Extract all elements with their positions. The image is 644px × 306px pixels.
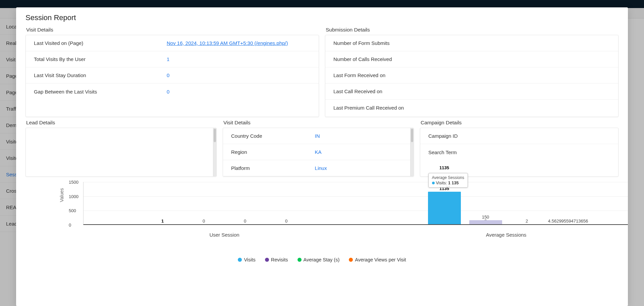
scrollbar-thumb[interactable]	[214, 129, 216, 142]
visit-details2-heading: Visit Details	[223, 120, 414, 126]
kv-value: IN	[315, 133, 320, 139]
kv-last-form: Last Form Received on	[325, 67, 618, 83]
kv-label: Gap Between the Last Visits	[34, 89, 167, 95]
kv-value: 1	[167, 56, 169, 62]
kv-label: Last Visit Stay Duration	[34, 72, 167, 78]
kv-total-visits: Total Visits By the User 1	[26, 51, 319, 67]
kv-label: Last Premium Call Received on	[333, 105, 466, 111]
submission-details-panel: Number of Form Submits Number of Calls R…	[325, 35, 619, 117]
chart-plot-area: 050010001500User Session1000Average Sess…	[83, 182, 628, 225]
legend-label: Visits	[244, 257, 255, 262]
chart-bar-label: 0	[244, 219, 246, 224]
kv-value: KA	[315, 149, 322, 155]
kv-region: Region KA	[223, 144, 414, 160]
kv-gap: Gap Between the Last Visits 0	[26, 83, 319, 100]
kv-country: Country Code IN	[223, 128, 414, 144]
kv-label: Region	[231, 149, 315, 155]
legend-revisits[interactable]: Revisits	[265, 257, 288, 262]
chart-group-label: User Session	[209, 232, 239, 238]
chart-bar[interactable]	[428, 192, 461, 224]
legend-dot-icon	[298, 258, 302, 262]
kv-label: Number of Form Submits	[333, 40, 466, 46]
scrollbar[interactable]	[410, 128, 414, 176]
chart-tooltip: Average SessionsVisits: 1 135	[428, 173, 468, 188]
kv-value: Linux	[315, 165, 327, 171]
modal-title: Session Report	[25, 13, 619, 22]
legend-visits[interactable]: Visits	[238, 257, 255, 262]
lead-details-panel	[25, 128, 217, 177]
kv-label: Search Term	[428, 149, 516, 155]
chart-ytick: 1000	[69, 194, 78, 199]
kv-stay-duration: Last Visit Stay Duration 0	[26, 67, 319, 83]
kv-label: Number of Calls Received	[333, 56, 466, 62]
legend-avg-stay[interactable]: Average Stay (s)	[298, 257, 340, 262]
visit-details2-panel: Country Code IN Region KA Platform Linux	[223, 128, 414, 177]
legend-avg-views[interactable]: Average Views per Visit	[349, 257, 406, 262]
chart-bar-label: 0	[203, 219, 205, 224]
kv-label: Last Form Received on	[333, 72, 466, 78]
campaign-details-panel: Campaign ID Search Term	[420, 128, 619, 177]
campaign-details-heading: Campaign Details	[421, 120, 619, 126]
visit-details-panel: Last Visited on (Page) Nov 16, 2024, 10:…	[25, 35, 319, 117]
kv-last-visited: Last Visited on (Page) Nov 16, 2024, 10:…	[26, 35, 319, 51]
chart-legend: Visits Revisits Average Stay (s) Average…	[25, 257, 619, 262]
kv-label: Platform	[231, 165, 315, 171]
visit-details-heading: Visit Details	[26, 27, 319, 33]
lead-details-heading: Lead Details	[26, 120, 217, 126]
session-chart: Values 050010001500User Session1000Avera…	[25, 179, 619, 246]
kv-label: Last Visited on (Page)	[34, 40, 167, 46]
legend-label: Average Stay (s)	[304, 257, 340, 262]
kv-platform: Platform Linux	[223, 160, 414, 176]
legend-label: Average Views per Visit	[355, 257, 406, 262]
kv-value-last-visited[interactable]: Nov 16, 2024, 10:13:59 AM GMT+5:30 (/eng…	[167, 40, 288, 46]
submission-details-heading: Submission Details	[326, 27, 619, 33]
kv-value: 0	[167, 89, 169, 95]
chart-bar-label: 0	[285, 219, 287, 224]
kv-last-premium: Last Premium Call Received on	[325, 100, 618, 116]
scrollbar-thumb[interactable]	[411, 129, 413, 142]
legend-dot-icon	[265, 258, 269, 262]
chart-yaxis-label: Values	[59, 188, 64, 202]
chart-bar-label: 1	[161, 219, 164, 224]
chart-ytick: 1500	[69, 180, 78, 185]
chart-bar-label: 1135	[439, 165, 449, 170]
kv-form-submits: Number of Form Submits	[325, 35, 618, 51]
kv-label: Total Visits By the User	[34, 56, 167, 62]
session-report-modal: Session Report Visit Details Last Visite…	[16, 7, 628, 306]
chart-bar[interactable]	[469, 220, 502, 224]
kv-label: Campaign ID	[428, 133, 516, 139]
legend-label: Revisits	[271, 257, 288, 262]
chart-ytick: 0	[69, 223, 71, 228]
chart-bar-label: 150	[482, 215, 489, 220]
chart-group-label: Average Sessions	[486, 232, 527, 238]
kv-campaign-id: Campaign ID	[420, 128, 618, 144]
kv-value: 0	[167, 72, 169, 78]
chart-ytick: 500	[69, 208, 76, 213]
kv-calls: Number of Calls Received	[325, 51, 618, 67]
legend-dot-icon	[349, 258, 353, 262]
chart-bar-label: 4.562995594713656	[548, 219, 588, 224]
scrollbar[interactable]	[213, 128, 216, 176]
kv-last-call: Last Call Received on	[325, 83, 618, 100]
chart-bar-label: 2	[526, 219, 528, 224]
kv-search-term: Search Term	[420, 144, 618, 160]
legend-dot-icon	[238, 258, 242, 262]
kv-label: Country Code	[231, 133, 315, 139]
kv-label: Last Call Received on	[333, 88, 466, 94]
